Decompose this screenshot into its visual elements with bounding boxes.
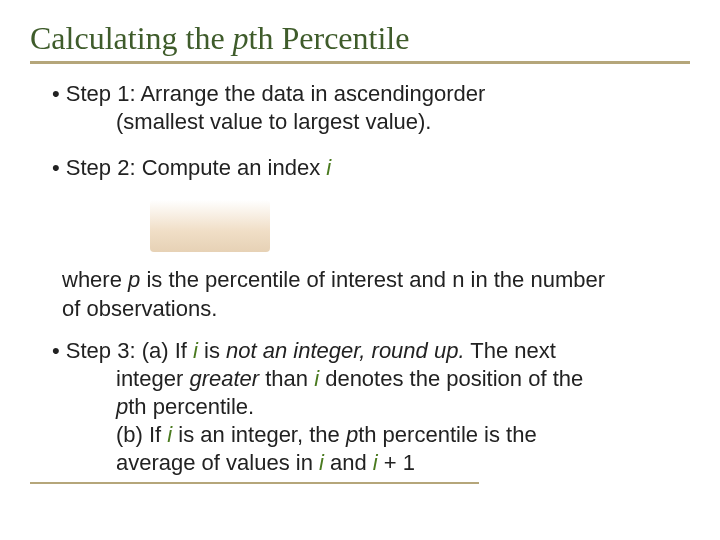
footer-rule bbox=[30, 482, 479, 484]
step-1: • Step 1: Arrange the data in ascendingo… bbox=[52, 80, 690, 136]
step-3: • Step 3: (a) If i is not an integer, ro… bbox=[52, 337, 690, 478]
step-2-i: i bbox=[326, 155, 331, 180]
title-p: p bbox=[233, 20, 249, 56]
where-a: where bbox=[62, 267, 128, 292]
step-2-line1: • Step 2: Compute an index i bbox=[52, 154, 690, 182]
step-3-line3: pth percentile. bbox=[116, 393, 690, 421]
step-1-line2: (smallest value to largest value). bbox=[116, 108, 690, 136]
title-rule bbox=[30, 61, 690, 64]
title-suffix: th Percentile bbox=[249, 20, 410, 56]
slide: Calculating the pth Percentile • Step 1:… bbox=[0, 0, 720, 540]
formula-image bbox=[150, 200, 270, 252]
where-line2: of observations. bbox=[62, 296, 217, 321]
step-2: • Step 2: Compute an index i bbox=[52, 154, 690, 182]
step-3-line5: average of values in i and i + 1 bbox=[116, 449, 690, 477]
title-prefix: Calculating the bbox=[30, 20, 233, 56]
step-3-line2: integer greater than i denotes the posit… bbox=[116, 365, 690, 393]
slide-body: • Step 1: Arrange the data in ascendingo… bbox=[30, 80, 690, 478]
slide-title: Calculating the pth Percentile bbox=[30, 20, 690, 57]
step-1-line1: • Step 1: Arrange the data in ascendingo… bbox=[52, 80, 690, 108]
step-3-line4: (b) If i is an integer, the pth percenti… bbox=[116, 421, 690, 449]
where-p: p bbox=[128, 267, 140, 292]
where-b: is the percentile of interest and n in t… bbox=[140, 267, 605, 292]
where-clause: where p is the percentile of interest an… bbox=[62, 266, 668, 322]
step-3-line1: • Step 3: (a) If i is not an integer, ro… bbox=[52, 338, 556, 363]
step-2-prefix: • Step 2: Compute an index bbox=[52, 155, 326, 180]
